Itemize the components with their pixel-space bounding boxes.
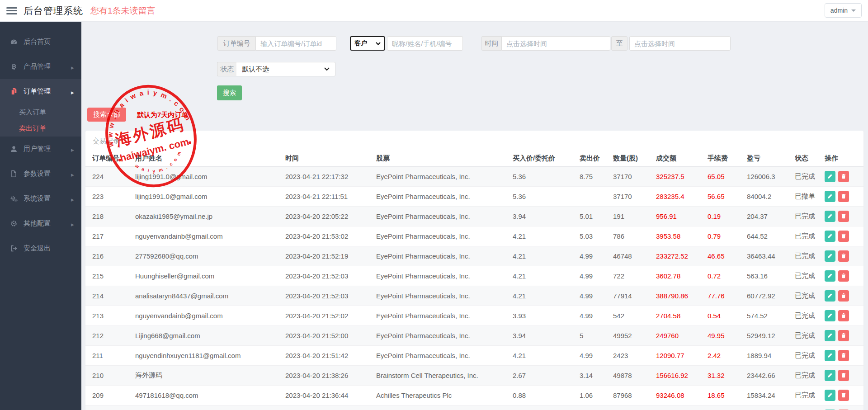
cell-time: 2023-04-20 21:52:03 xyxy=(285,266,376,286)
sidebar-item-parameters[interactable]: 参数设置 xyxy=(0,161,81,186)
cell-actions xyxy=(825,306,863,325)
cell-actions xyxy=(825,166,863,186)
cell-buy-price: 3.94 xyxy=(513,325,580,345)
cell-quantity: 51351 xyxy=(613,405,656,410)
cell-buy-price: 4.21 xyxy=(513,226,580,246)
pencil-icon xyxy=(827,313,833,318)
cell-username: analisataryn84437@gmail.com xyxy=(135,286,285,306)
edit-button[interactable] xyxy=(825,171,835,182)
edit-button[interactable] xyxy=(825,250,835,262)
cell-order-id: 224 xyxy=(85,166,135,186)
delete-button[interactable] xyxy=(838,250,849,262)
cell-username: 海外源码 xyxy=(135,365,285,385)
cell-profit: 23442.66 xyxy=(747,365,795,385)
cell-profit: 84004.2 xyxy=(747,186,795,206)
delete-button[interactable] xyxy=(838,290,849,302)
delete-button[interactable] xyxy=(838,350,849,361)
cell-quantity: 87968 xyxy=(613,385,656,405)
edit-button[interactable] xyxy=(825,350,835,361)
search-all-button[interactable]: 搜索全部 xyxy=(87,108,126,122)
edit-button[interactable] xyxy=(825,191,835,202)
unread-message-link[interactable]: 您有1条未读留言 xyxy=(90,5,156,17)
cell-order-id: 205 xyxy=(85,405,135,410)
cell-sell-price: 5.03 xyxy=(580,226,613,246)
table-row: 218okazaki1985@ymail.ne.jp2023-04-20 22:… xyxy=(85,206,863,226)
sidebar-item-sell-orders[interactable]: 卖出订单 xyxy=(0,120,81,137)
trash-icon xyxy=(841,333,846,338)
cell-username: nguyenvandainb@gmail.com xyxy=(135,226,285,246)
cell-time: 2023-04-20 21:52:19 xyxy=(285,246,376,266)
cell-time: 2023-04-19 23:16:24 xyxy=(285,405,376,410)
edit-button[interactable] xyxy=(825,211,835,222)
customer-keyword-input[interactable] xyxy=(387,36,463,51)
order-number-label: 订单编号 xyxy=(217,36,255,51)
cell-sell-price: 5 xyxy=(580,325,613,345)
search-button[interactable]: 搜索 xyxy=(217,85,242,100)
cell-order-id: 223 xyxy=(85,186,135,206)
time-to-input[interactable] xyxy=(629,36,731,51)
cell-stock: EyePoint Pharmaceuticals, Inc. xyxy=(376,226,513,246)
status-select[interactable]: 默认不选 xyxy=(236,62,335,76)
edit-button[interactable] xyxy=(825,231,835,242)
delete-button[interactable] xyxy=(838,171,849,182)
cell-sell-price xyxy=(580,186,613,206)
time-from-input[interactable] xyxy=(501,36,610,51)
cell-buy-price: 3.94 xyxy=(513,206,580,226)
table-row: 209497181618@qq.com2023-04-20 21:36:44Ac… xyxy=(85,385,863,405)
customer-type-select[interactable]: 客户 xyxy=(350,36,385,51)
cell-sell-price: 4.99 xyxy=(580,246,613,266)
cell-username: 497181618@qq.com xyxy=(135,405,285,410)
edit-button[interactable] xyxy=(825,310,835,321)
delete-button[interactable] xyxy=(838,370,849,381)
order-number-input[interactable] xyxy=(255,36,336,51)
cell-order-id: 211 xyxy=(85,345,135,365)
sidebar-item-home[interactable]: 后台首页 xyxy=(0,29,81,54)
cell-fee: 49.95 xyxy=(708,325,747,345)
cell-username: lijing1991.0@gmail.com xyxy=(135,186,285,206)
sidebar-item-orders[interactable]: 订单管理 xyxy=(0,79,81,104)
cell-order-id: 214 xyxy=(85,286,135,306)
cell-buy-price: 3.93 xyxy=(513,306,580,325)
sidebar-item-label: 其他配置 xyxy=(24,219,51,228)
cell-quantity: 37170 xyxy=(613,166,656,186)
edit-button[interactable] xyxy=(825,290,835,302)
time-label: 时间 xyxy=(481,36,501,51)
edit-button[interactable] xyxy=(825,330,835,341)
sidebar-item-logout[interactable]: 安全退出 xyxy=(0,236,81,261)
delete-button[interactable] xyxy=(838,231,849,242)
user-dropdown[interactable]: admin xyxy=(825,3,862,18)
delete-button[interactable] xyxy=(838,211,849,222)
edit-button[interactable] xyxy=(825,270,835,282)
order-number-group: 订单编号 xyxy=(217,36,336,51)
cell-fee: 77.76 xyxy=(708,286,747,306)
cell-sell-price: 8.75 xyxy=(580,166,613,186)
menu-icon[interactable] xyxy=(6,6,17,15)
table-body: 224lijing1991.0@gmail.com2023-04-21 22:1… xyxy=(85,166,863,410)
cell-order-id: 218 xyxy=(85,206,135,226)
cell-stock: Brainstorm Cell Therapeutics, Inc. xyxy=(376,405,513,410)
trash-icon xyxy=(841,293,846,298)
sidebar-item-users[interactable]: 用户管理 xyxy=(0,137,81,161)
column-header-sell-price: 卖出价 xyxy=(580,151,613,166)
delete-button[interactable] xyxy=(838,191,849,202)
sidebar-item-system[interactable]: 系统设置 xyxy=(0,186,81,211)
sidebar-item-products[interactable]: 产品管理 xyxy=(0,54,81,79)
cell-buy-price: 0.88 xyxy=(513,385,580,405)
cell-fee: 0.72 xyxy=(708,266,747,286)
sidebar-item-other-config[interactable]: 其他配置 xyxy=(0,211,81,236)
to-label: 至 xyxy=(611,36,627,51)
delete-button[interactable] xyxy=(838,390,849,401)
edit-button[interactable] xyxy=(825,370,835,381)
cell-actions xyxy=(825,325,863,345)
edit-button[interactable] xyxy=(825,390,835,401)
delete-button[interactable] xyxy=(838,310,849,321)
trash-icon xyxy=(841,392,846,398)
sidebar-item-label: 参数设置 xyxy=(24,170,51,178)
cell-sell-price: 4.99 xyxy=(580,266,613,286)
delete-button[interactable] xyxy=(838,270,849,282)
delete-button[interactable] xyxy=(838,330,849,341)
sidebar-group-orders: 订单管理 买入订单 卖出订单 xyxy=(0,79,81,137)
cell-quantity: 49878 xyxy=(613,365,656,385)
trade-records-panel: 交易记录 订单编号 用户姓名 时间 股票 买入价/委托价 卖出价 数量(股) 成… xyxy=(85,131,863,410)
sidebar-item-buy-orders[interactable]: 买入订单 xyxy=(0,104,81,120)
